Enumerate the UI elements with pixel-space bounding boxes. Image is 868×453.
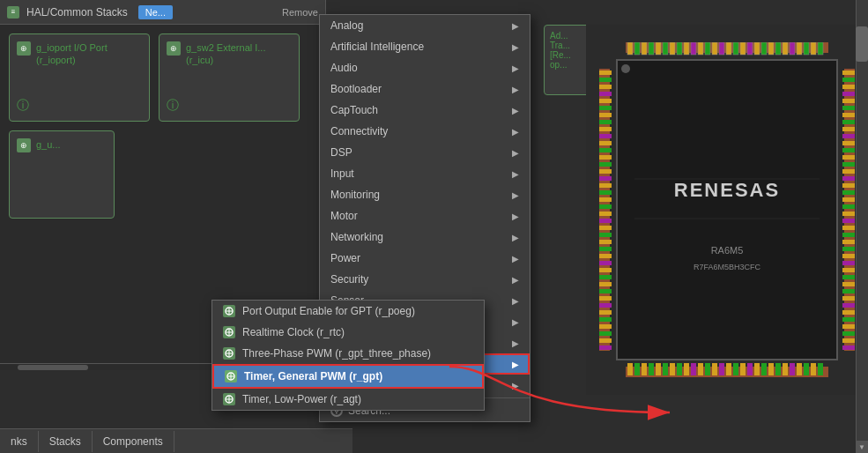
submenu-item-rtc-label: Realtime Clock (r_rtc) — [242, 326, 345, 338]
svg-rect-133 — [726, 363, 731, 375]
svg-rect-131 — [712, 363, 717, 375]
components-area: ⊕ g_ioport I/O Port (r_ioport) ⓘ ⊕ g_sw2… — [0, 25, 325, 227]
svg-rect-20 — [740, 42, 746, 55]
chip-diagram: RENESAS RA6M5 R7FA6M5BH3CFC — [586, 25, 868, 395]
svg-rect-51 — [599, 155, 612, 160]
svg-rect-73 — [599, 310, 612, 315]
submenu-item-three-phase-label: Three-Phase PWM (r_gpt_three_phase) — [242, 347, 431, 360]
rtc-icon — [223, 326, 235, 338]
poeg-icon — [223, 305, 235, 317]
menu-item-analog[interactable]: Analog ▶ — [320, 15, 530, 36]
tab-components[interactable]: Components — [93, 431, 174, 452]
submenu-item-three-phase[interactable]: Three-Phase PWM (r_gpt_three_phase) — [212, 343, 484, 364]
svg-rect-59 — [599, 212, 612, 216]
menu-item-networking[interactable]: Networking ▶ — [320, 226, 530, 248]
svg-rect-15 — [705, 42, 710, 55]
svg-rect-25 — [775, 42, 781, 55]
svg-rect-65 — [599, 254, 612, 258]
menu-item-power[interactable]: Power ▶ — [320, 248, 530, 269]
component-card-partial[interactable]: ⊕ g_u... — [9, 130, 115, 219]
svg-rect-118 — [842, 345, 855, 350]
menu-item-bootloader-arrow: ▶ — [512, 85, 519, 94]
svg-rect-140 — [775, 363, 781, 375]
svg-rect-10 — [670, 42, 675, 55]
svg-rect-57 — [599, 197, 612, 202]
menu-item-transfer-arrow: ▶ — [512, 381, 519, 390]
partial-icon: ⊕ — [17, 138, 31, 152]
menu-item-input[interactable]: Input ▶ — [320, 163, 530, 184]
menu-item-security[interactable]: Security ▶ — [320, 269, 530, 290]
menu-item-dsp[interactable]: DSP ▶ — [320, 142, 530, 163]
menu-item-timers-arrow: ▶ — [512, 360, 519, 369]
component-card-sw2[interactable]: ⊕ g_sw2 External I... (r_icu) ⓘ — [159, 33, 300, 122]
submenu-item-poeg[interactable]: Port Output Enable for GPT (r_poeg) — [212, 301, 484, 322]
svg-rect-89 — [842, 141, 855, 145]
svg-rect-18 — [726, 42, 731, 55]
svg-rect-144 — [804, 363, 809, 375]
menu-item-audio[interactable]: Audio ▶ — [320, 57, 530, 78]
svg-rect-116 — [842, 331, 855, 336]
menu-item-captouch-label: CapTouch — [330, 104, 378, 116]
svg-rect-139 — [768, 363, 774, 375]
hal-panel-title: HAL/Common Stacks — [26, 6, 128, 19]
svg-rect-125 — [670, 363, 675, 375]
ioport-info-icon[interactable]: ⓘ — [17, 98, 29, 114]
svg-rect-74 — [599, 317, 612, 322]
svg-rect-146 — [818, 363, 823, 375]
svg-rect-114 — [842, 317, 855, 322]
svg-text:R7FA6M5BH3CFC: R7FA6M5BH3CFC — [694, 263, 761, 271]
svg-rect-80 — [842, 78, 855, 82]
svg-rect-50 — [599, 148, 612, 152]
svg-rect-108 — [842, 275, 855, 279]
menu-item-monitoring[interactable]: Monitoring ▶ — [320, 184, 530, 205]
svg-rect-124 — [663, 363, 668, 375]
svg-rect-67 — [599, 268, 612, 272]
svg-rect-24 — [768, 42, 774, 55]
menu-item-bootloader[interactable]: Bootloader ▶ — [320, 78, 530, 100]
menu-item-sensor-arrow: ▶ — [512, 296, 519, 306]
component-card-ioport[interactable]: ⊕ g_ioport I/O Port (r_ioport) ⓘ — [9, 33, 150, 122]
svg-rect-7 — [649, 42, 654, 55]
remove-button[interactable]: Remove — [282, 7, 318, 18]
menu-item-captouch[interactable]: CapTouch ▶ — [320, 100, 530, 121]
svg-rect-66 — [599, 261, 612, 265]
menu-item-power-arrow: ▶ — [512, 254, 519, 264]
new-button[interactable]: Ne... — [138, 5, 173, 19]
three-phase-icon — [223, 347, 235, 360]
tab-stacks-label: Stacks — [49, 435, 81, 448]
tab-nks[interactable]: nks — [0, 431, 39, 452]
svg-rect-53 — [599, 169, 612, 174]
scrollbar-down-arrow[interactable]: ▼ — [856, 441, 868, 453]
submenu-item-agt[interactable]: Timer, Low-Power (r_agt) — [212, 389, 484, 410]
svg-rect-122 — [649, 363, 654, 375]
right-scrollbar[interactable]: ▼ — [856, 0, 868, 453]
menu-item-connectivity[interactable]: Connectivity ▶ — [320, 121, 530, 142]
svg-rect-43 — [599, 99, 612, 103]
svg-rect-41 — [599, 85, 612, 89]
tab-stacks[interactable]: Stacks — [39, 431, 93, 452]
submenu-item-rtc[interactable]: Realtime Clock (r_rtc) — [212, 322, 484, 343]
svg-rect-97 — [842, 197, 855, 202]
svg-rect-52 — [599, 162, 612, 167]
svg-rect-81 — [842, 85, 855, 89]
submenu-item-gpt[interactable]: Timer, General PWM (r_gpt) — [212, 364, 484, 389]
svg-rect-135 — [740, 363, 746, 375]
menu-item-motor[interactable]: Motor ▶ — [320, 205, 530, 226]
svg-rect-13 — [691, 42, 696, 55]
menu-item-ai[interactable]: Artificial Intelligence ▶ — [320, 36, 530, 57]
svg-rect-79 — [842, 71, 855, 75]
menu-item-networking-arrow: ▶ — [512, 233, 519, 242]
svg-rect-49 — [599, 141, 612, 145]
svg-rect-103 — [842, 240, 855, 244]
svg-rect-87 — [842, 127, 855, 131]
svg-rect-142 — [790, 363, 795, 375]
svg-rect-112 — [842, 303, 855, 308]
svg-rect-58 — [599, 204, 612, 209]
svg-rect-100 — [842, 219, 855, 223]
svg-rect-40 — [599, 78, 612, 82]
svg-rect-45 — [599, 113, 612, 117]
svg-rect-129 — [698, 363, 703, 375]
sw2-info-icon[interactable]: ⓘ — [167, 98, 179, 114]
menu-item-storage-arrow: ▶ — [512, 317, 519, 327]
menu-item-power-label: Power — [330, 252, 360, 264]
